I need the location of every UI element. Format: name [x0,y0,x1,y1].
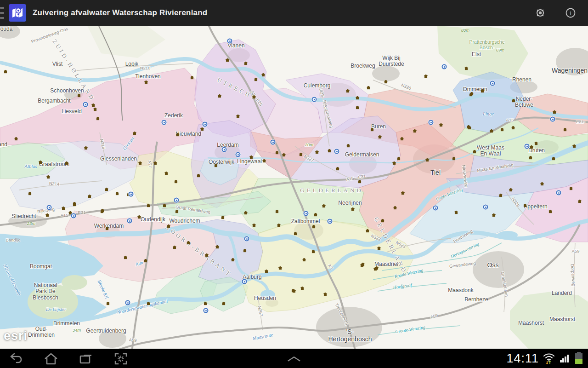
treatment-plant-marker[interactable] [356,106,360,109]
treatment-plant-marker[interactable] [173,246,177,249]
treatment-plant-marker[interactable] [175,210,179,213]
pump-station-marker[interactable] [242,279,247,284]
treatment-plant-marker[interactable] [500,128,504,132]
treatment-plant-marker[interactable] [400,137,404,141]
treatment-plant-marker[interactable] [397,157,401,161]
treatment-plant-marker[interactable] [252,224,256,227]
treatment-plant-marker[interactable] [425,158,430,162]
recents-button[interactable] [78,351,94,367]
treatment-plant-marker[interactable] [96,117,100,121]
pump-station-marker[interactable] [222,147,227,152]
treatment-plant-marker[interactable] [115,192,119,196]
pump-station-marker[interactable] [204,308,209,313]
pump-station-marker[interactable] [244,236,249,242]
treatment-plant-marker[interactable] [393,206,397,210]
treatment-plant-marker[interactable] [4,70,8,74]
treatment-plant-marker[interactable] [262,159,266,163]
treatment-plant-marker[interactable] [351,207,355,211]
treatment-plant-marker[interactable] [302,258,306,262]
pump-station-marker[interactable] [328,219,333,224]
treatment-plant-marker[interactable] [204,302,208,305]
treatment-plant-marker[interactable] [133,132,137,135]
treatment-plant-marker[interactable] [236,115,240,118]
treatment-plant-marker[interactable] [147,204,151,207]
pump-station-marker[interactable] [236,152,241,157]
treatment-plant-marker[interactable] [548,210,553,213]
treatment-plant-marker[interactable] [218,94,222,98]
treatment-plant-marker[interactable] [377,247,381,250]
treatment-plant-marker[interactable] [381,219,385,223]
treatment-plant-marker[interactable] [384,80,388,84]
pump-station-marker[interactable] [556,190,561,196]
menu-icon[interactable] [0,7,5,19]
screenshot-button[interactable] [113,351,129,367]
treatment-plant-marker[interactable] [84,146,88,150]
treatment-plant-marker[interactable] [366,229,370,233]
treatment-plant-marker[interactable] [529,156,533,160]
treatment-plant-marker[interactable] [328,149,332,153]
treatment-plant-marker[interactable] [254,78,258,81]
treatment-plant-marker[interactable] [322,204,326,208]
treatment-plant-marker[interactable] [77,94,81,98]
treatment-plant-marker[interactable] [124,256,128,259]
pump-station-marker[interactable] [483,205,488,210]
treatment-plant-marker[interactable] [137,215,141,219]
treatment-plant-marker[interactable] [452,157,456,161]
treatment-plant-marker[interactable] [311,250,316,253]
treatment-plant-marker[interactable] [153,161,158,165]
pump-station-marker[interactable] [125,300,130,305]
treatment-plant-marker[interactable] [512,99,516,103]
treatment-plant-marker[interactable] [534,142,538,145]
treatment-plant-marker[interactable] [91,104,96,107]
info-button[interactable]: i [563,6,578,20]
treatment-plant-marker[interactable] [370,128,374,132]
treatment-plant-marker[interactable] [523,204,527,207]
treatment-plant-marker[interactable] [346,144,351,148]
pump-station-marker[interactable] [550,117,555,122]
treatment-plant-marker[interactable] [473,150,477,154]
pump-station-marker[interactable] [442,64,447,69]
treatment-plant-marker[interactable] [314,213,318,217]
treatment-plant-marker[interactable] [106,302,110,305]
treatment-plant-marker[interactable] [299,153,303,156]
treatment-plant-marker[interactable] [147,302,151,305]
treatment-plant-marker[interactable] [439,123,443,127]
treatment-plant-marker[interactable] [312,225,316,229]
back-button[interactable] [8,351,24,367]
treatment-plant-marker[interactable] [176,133,180,137]
treatment-plant-marker[interactable] [358,180,362,184]
pump-station-marker[interactable] [227,39,232,44]
treatment-plant-marker[interactable] [282,153,286,157]
treatment-plant-marker[interactable] [226,58,230,62]
treatment-plant-marker[interactable] [190,76,194,80]
treatment-plant-marker[interactable] [346,89,350,93]
treatment-plant-marker[interactable] [275,210,279,213]
treatment-plant-marker[interactable] [323,293,328,296]
treatment-plant-marker[interactable] [481,89,485,93]
gps-locate-button[interactable] [533,6,548,20]
treatment-plant-marker[interactable] [105,188,109,191]
map-view[interactable]: oudaVlistLopikTienhovenSchoonhovenBergam… [0,26,588,349]
treatment-plant-marker[interactable] [315,150,319,154]
treatment-plant-marker[interactable] [39,161,43,164]
treatment-plant-marker[interactable] [553,110,557,114]
treatment-plant-marker[interactable] [62,207,66,210]
treatment-plant-marker[interactable] [511,126,515,130]
treatment-plant-marker[interactable] [300,287,305,290]
pump-station-marker[interactable] [203,122,208,127]
treatment-plant-marker[interactable] [378,135,382,139]
treatment-plant-marker[interactable] [578,200,582,203]
pump-station-marker[interactable] [312,97,317,102]
treatment-plant-marker[interactable] [252,95,256,99]
pump-station-marker[interactable] [490,81,495,86]
treatment-plant-marker[interactable] [46,175,51,179]
treatment-plant-marker[interactable] [174,180,178,184]
treatment-plant-marker[interactable] [572,144,577,148]
treatment-plant-marker[interactable] [413,129,417,133]
treatment-plant-marker[interactable] [244,211,248,215]
pump-station-marker[interactable] [304,211,309,216]
treatment-plant-marker[interactable] [261,73,266,77]
treatment-plant-marker[interactable] [563,128,567,132]
treatment-plant-marker[interactable] [244,62,248,65]
treatment-plant-marker[interactable] [490,129,494,133]
